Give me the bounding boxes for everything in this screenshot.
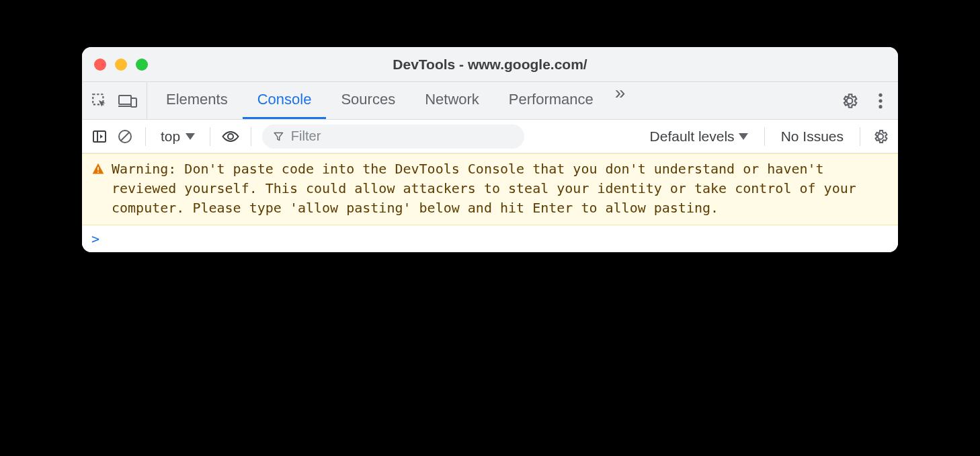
toolbar-divider [764,127,765,146]
issues-button[interactable]: No Issues [776,128,849,145]
window-close-button[interactable] [94,59,106,71]
svg-rect-3 [131,98,136,107]
svg-rect-12 [97,167,99,171]
inspect-element-icon[interactable] [90,91,109,110]
live-expression-icon[interactable] [221,127,240,146]
panel-tabs: Elements Console Sources Network Perform… [151,82,831,119]
tabbar-right [831,82,890,119]
filter-box[interactable] [262,124,524,149]
issues-label: No Issues [781,128,844,144]
tab-performance[interactable]: Performance [494,82,608,119]
svg-point-4 [879,93,882,96]
log-levels-selector[interactable]: Default levels [645,128,753,145]
titlebar: DevTools - www.google.com/ [82,47,898,82]
toolbar-divider [860,127,860,146]
console-body: Warning: Don't paste code into the DevTo… [82,153,898,252]
filter-icon [273,130,284,143]
device-toggle-icon[interactable] [118,91,137,110]
console-warning-message: Warning: Don't paste code into the DevTo… [82,153,898,225]
clear-console-icon[interactable] [116,127,134,146]
console-settings-icon[interactable] [871,127,890,146]
svg-rect-1 [119,96,131,104]
svg-point-11 [228,134,233,139]
tab-sources[interactable]: Sources [326,82,410,119]
svg-point-6 [879,105,882,108]
tabbar-tools [90,82,147,119]
devtools-window: DevTools - www.google.com/ Elements Cons… [82,47,898,252]
window-title: DevTools - www.google.com/ [82,56,898,73]
prompt-marker-icon: > [91,231,99,247]
tab-console[interactable]: Console [243,82,327,119]
toolbar-divider [145,127,146,146]
tab-network[interactable]: Network [410,82,494,119]
log-levels-label: Default levels [650,128,735,145]
filter-input[interactable] [291,128,514,144]
console-input[interactable] [106,231,889,247]
svg-rect-7 [93,131,106,142]
window-zoom-button[interactable] [136,59,148,71]
context-selector[interactable]: top [157,128,199,145]
caret-down-icon [186,133,195,140]
warning-text: Warning: Don't paste code into the DevTo… [112,159,889,218]
svg-line-10 [121,132,129,141]
more-tabs-button[interactable]: » [608,82,632,119]
console-toolbar: top Default levels No Issues [82,120,898,153]
kebab-menu-icon[interactable] [871,91,890,110]
console-prompt-row[interactable]: > [82,225,898,252]
toolbar-divider [251,127,251,146]
svg-point-5 [879,99,882,102]
window-minimize-button[interactable] [115,59,127,71]
svg-rect-13 [97,172,99,173]
warning-icon [91,162,105,176]
tabbar: Elements Console Sources Network Perform… [82,82,898,120]
caret-down-icon [739,133,748,140]
context-label: top [161,128,180,145]
settings-icon[interactable] [840,91,859,110]
traffic-lights [94,59,148,71]
toolbar-divider [210,127,210,146]
tab-elements[interactable]: Elements [151,82,243,119]
console-sidebar-toggle-icon[interactable] [90,127,109,146]
